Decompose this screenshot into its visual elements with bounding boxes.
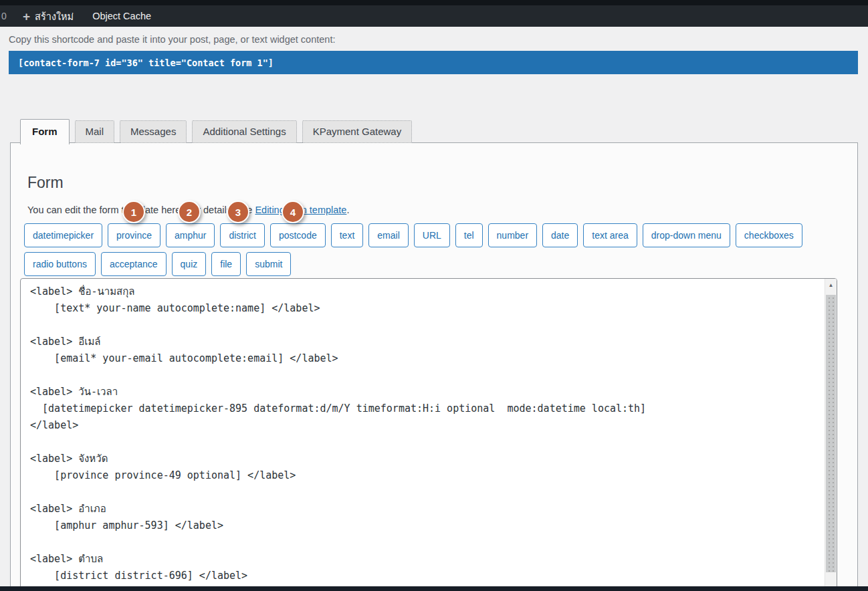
tag-button-date[interactable]: date — [542, 223, 578, 247]
tab-kpayment-gateway[interactable]: KPayment Gateway — [302, 120, 413, 143]
annotation-marker-2: 2 — [178, 201, 201, 223]
tag-button-postcode[interactable]: postcode — [270, 223, 326, 247]
form-template-editor-wrap: <label> ชื่อ-นามสกุล [text* your-name au… — [20, 278, 837, 591]
annotation-marker-4: 4 — [282, 201, 304, 223]
panel-heading: Form — [27, 174, 64, 192]
tab-messages[interactable]: Messages — [120, 120, 187, 143]
tag-button-submit[interactable]: submit — [246, 252, 291, 276]
window-bottom-edge — [0, 586, 868, 591]
tag-button-file[interactable]: file — [211, 252, 241, 276]
editor-tabs: Form Mail Messages Additional Settings K… — [20, 119, 412, 144]
tag-button-text-area[interactable]: text area — [583, 223, 637, 247]
tab-mail[interactable]: Mail — [75, 120, 115, 143]
tag-generator-buttons: datetimepicker province amphur district … — [24, 223, 841, 276]
admin-bar-object-cache[interactable]: Object Cache — [86, 5, 158, 27]
comment-count-badge[interactable]: 0 — [0, 11, 16, 21]
window-top-edge — [0, 0, 868, 5]
tag-button-number[interactable]: number — [488, 223, 537, 247]
tag-button-datetimepicker[interactable]: datetimepicker — [24, 223, 102, 247]
editor-scrollbar[interactable]: ▲ — [825, 279, 837, 591]
tab-additional-settings[interactable]: Additional Settings — [192, 120, 296, 143]
tag-button-tel[interactable]: tel — [455, 223, 483, 247]
edit-note-period: . — [346, 205, 349, 215]
tag-button-district[interactable]: district — [220, 223, 264, 247]
tag-button-url[interactable]: URL — [414, 223, 450, 247]
tag-button-acceptance[interactable]: acceptance — [101, 252, 167, 276]
tag-button-checkboxes[interactable]: checkboxes — [736, 223, 802, 247]
tag-button-province[interactable]: province — [108, 223, 160, 247]
tab-form[interactable]: Form — [20, 119, 70, 144]
tag-button-amphur[interactable]: amphur — [166, 223, 215, 247]
annotation-marker-3: 3 — [227, 201, 249, 223]
shortcode-field[interactable]: [contact-form-7 id="36" title="Contact f… — [9, 51, 858, 74]
new-label: สร้างใหม่ — [35, 9, 74, 24]
form-template-editor[interactable]: <label> ชื่อ-นามสกุล [text* your-name au… — [21, 279, 825, 591]
plus-icon: + — [23, 10, 30, 23]
scroll-up-icon[interactable]: ▲ — [825, 279, 837, 291]
tag-button-text[interactable]: text — [331, 223, 364, 247]
shortcode-instruction: Copy this shortcode and paste it into yo… — [9, 34, 335, 45]
admin-bar: 0 + สร้างใหม่ Object Cache — [0, 5, 868, 27]
annotation-marker-1: 1 — [122, 201, 145, 223]
tag-button-email[interactable]: email — [368, 223, 408, 247]
admin-bar-new-button[interactable]: + สร้างใหม่ — [16, 5, 80, 27]
tag-button-radio-buttons[interactable]: radio buttons — [24, 252, 96, 276]
scrollbar-thumb[interactable] — [826, 295, 836, 572]
tag-button-drop-down-menu[interactable]: drop-down menu — [643, 223, 730, 247]
tag-button-quiz[interactable]: quiz — [172, 252, 207, 276]
